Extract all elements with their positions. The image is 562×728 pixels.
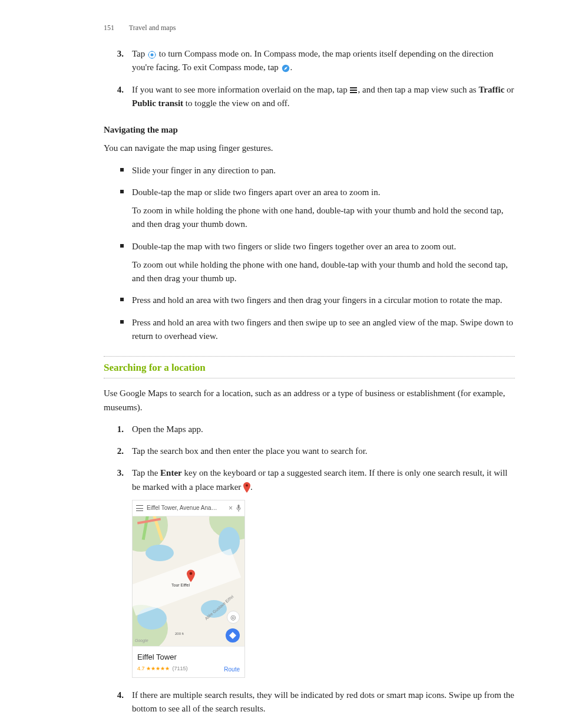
step-body: Tap the search box and then enter the pl… (132, 446, 368, 456)
step-number: 4. (110, 689, 124, 702)
hamburger-icon (136, 505, 143, 511)
nav-bullets: Slide your finger in any direction to pa… (104, 164, 515, 344)
search-step-1: 1. Open the Maps app. (104, 423, 515, 436)
list-item: Double-tap the map or slide two fingers … (132, 186, 515, 232)
step-number: 1. (110, 423, 124, 436)
text: If you want to see more information over… (132, 85, 349, 94)
search-step-2: 2. Tap the search box and then enter the… (104, 444, 515, 458)
step-body: Open the Maps app. (132, 424, 203, 434)
compass-off-icon (281, 64, 290, 73)
step-body: If you want to see more information over… (132, 85, 514, 108)
shot-map-area: Allée Gustave Eiffel Tour Eiffel ◎ 200 f… (133, 516, 244, 646)
subheading-navigating: Navigating the map (104, 123, 515, 137)
svg-point-9 (190, 572, 193, 575)
text: or (504, 85, 514, 94)
list-item: Double-tap the map with two fingers or s… (132, 240, 515, 286)
shot-info-card: Eiffel Tower 4.7 ★★★★★ (7115) Route (133, 646, 244, 677)
text: Tap (132, 49, 147, 58)
text: , and then tap a map view such as (358, 85, 478, 94)
scale-label: 200 ft (175, 631, 184, 637)
sub-text: To zoom out while holding the phone with… (132, 258, 515, 286)
text: Tap the (132, 468, 160, 477)
bold-text: Traffic (478, 85, 504, 94)
svg-rect-7 (238, 505, 240, 509)
pin-label: Tour Eiffel (171, 582, 190, 589)
step-number: 3. (110, 466, 124, 480)
text: Double-tap the map or slide two fingers … (132, 187, 381, 197)
text: Double-tap the map with two fingers or s… (132, 242, 456, 251)
text: . (290, 62, 293, 72)
step-body: If there are multiple search results, th… (132, 690, 514, 713)
rating-count: (7115) (173, 666, 188, 671)
step-number: 2. (110, 444, 124, 458)
text: Slide your finger in any direction to pa… (132, 166, 276, 175)
locate-icon: ◎ (227, 611, 240, 624)
place-title: Eiffel Tower (137, 651, 240, 663)
page: 151 Travel and maps 3. Tap to turn Compa… (0, 0, 562, 728)
section-searching: Searching for a location (104, 356, 515, 378)
rating: 4.7 ★★★★★ (7115) (137, 665, 188, 673)
list-item: Press and hold an area with two fingers … (132, 316, 515, 344)
shot-search-text: Eiffel Tower, Avenue Ana… (147, 503, 225, 513)
rating-value: 4.7 (137, 666, 145, 671)
search-intro: Use Google Maps to search for a location… (104, 387, 515, 414)
text: to toggle the view on and off. (183, 98, 290, 108)
content: 3. Tap to turn Compass mode on. In Compa… (104, 47, 515, 716)
list-item: Slide your finger in any direction to pa… (132, 164, 515, 177)
svg-point-1 (151, 53, 154, 56)
search-step-3: 3. Tap the Enter key on the keyboard or … (104, 466, 515, 678)
step-body: Tap the Enter key on the keyboard or tap… (132, 468, 508, 491)
shot-search-bar: Eiffel Tower, Avenue Ana… × (133, 500, 244, 517)
google-label: Google (135, 638, 148, 644)
bold-text: Enter (160, 468, 182, 477)
bold-text: Public transit (132, 98, 183, 108)
text: key on the keyboard or tap a suggested s… (132, 468, 508, 491)
map-screenshot: Eiffel Tower, Avenue Ana… × Allée Gustav… (132, 500, 245, 678)
list-item: Press and hold an area with two fingers … (132, 294, 515, 307)
step-4: 4. If you want to see more information o… (104, 83, 515, 111)
text: Press and hold an area with two fingers … (132, 318, 513, 341)
sub-text: To zoom in while holding the phone with … (132, 204, 515, 232)
page-header: 151 Travel and maps (104, 22, 176, 34)
search-step-4: 4. If there are multiple search results,… (104, 689, 515, 716)
mic-icon (236, 505, 241, 512)
clear-icon: × (229, 503, 233, 514)
step-number: 4. (110, 83, 124, 97)
menu-icon (349, 87, 358, 94)
section-name: Travel and maps (129, 24, 176, 32)
nav-intro: You can navigate the map using finger ge… (104, 141, 515, 155)
page-number: 151 (104, 24, 114, 32)
svg-point-6 (246, 485, 248, 487)
directions-icon (226, 628, 240, 643)
star-icons: ★★★★★ (146, 666, 170, 671)
place-marker-icon (243, 482, 250, 493)
text: . (250, 482, 253, 492)
step-number: 3. (110, 47, 124, 61)
text: to turn Compass mode on. In Compass mode… (132, 49, 494, 72)
step-body: Tap to turn Compass mode on. In Compass … (132, 49, 494, 72)
text: Press and hold an area with two fingers … (132, 295, 503, 305)
compass-on-icon (147, 50, 157, 60)
step-3: 3. Tap to turn Compass mode on. In Compa… (104, 47, 515, 75)
route-link: Route (224, 665, 240, 674)
